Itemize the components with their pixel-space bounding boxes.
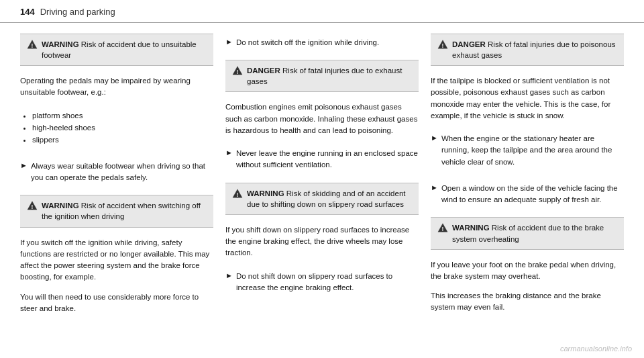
arrow-text-5: When the engine or the stationary heater… [441, 133, 624, 168]
svg-text:!: ! [237, 191, 239, 197]
warning-box-4-text: WARNING Risk of accident due to the brak… [452, 222, 617, 244]
warning-icon-2: ! [27, 201, 38, 210]
arrow-icon-5: ► [431, 134, 438, 142]
svg-text:!: ! [32, 204, 34, 210]
para-tailpipe-1: If the tailpipe is blocked or sufficient… [431, 75, 624, 122]
svg-text:!: ! [442, 226, 444, 232]
arrow-text-2: Do not switch off the ignition while dri… [236, 37, 379, 48]
danger-icon-1: ! [232, 66, 243, 75]
para-ignition-2: You will then need to use considerably m… [20, 292, 213, 315]
danger-icon-2: ! [437, 40, 448, 49]
page-number: 144 [20, 7, 35, 17]
warning-label-1: WARNING [42, 40, 81, 48]
warning-box-1-text: WARNING Risk of accident due to unsuitab… [42, 39, 207, 60]
arrow-keep-tailpipe-clear: ► When the engine or the stationary heat… [431, 133, 624, 168]
warning-label-4: WARNING [452, 224, 492, 232]
svg-text:!: ! [442, 42, 444, 49]
warning-label-3: WARNING [247, 189, 286, 197]
bullet-high-heeled-shoes: high-heeled shoes [32, 122, 213, 134]
danger-box-tailpipe: ! DANGER Risk of fatal injuries due to p… [431, 34, 624, 66]
arrow-dont-shift-down: ► Do not shift down on slippery road sur… [225, 271, 419, 294]
warning-box-2-text: WARNING Risk of accident when switching … [42, 200, 207, 222]
warning-icon-1: ! [27, 40, 38, 49]
danger-label-1: DANGER [247, 66, 282, 75]
bullet-platform-shoes: platform shoes [32, 109, 213, 122]
arrow-icon-1: ► [20, 161, 28, 169]
para-exhaust-1: Combustion engines emit poisonous exhaus… [225, 101, 419, 136]
arrow-text-1: Always wear suitable footwear when drivi… [31, 161, 213, 184]
danger-label-2: DANGER [452, 40, 488, 48]
danger-box-1-text: DANGER Risk of fatal injuries due to exh… [247, 65, 412, 87]
para-skidding-1: If you shift down on slippery road surfa… [225, 224, 419, 259]
para-footwear-intro: Operating the pedals may be impaired by … [20, 75, 213, 99]
danger-box-2-text: DANGER Risk of fatal injuries due to poi… [452, 39, 617, 60]
danger-box-exhaust: ! DANGER Risk of fatal injuries due to e… [225, 60, 419, 92]
warning-box-brake-overheat: ! WARNING Risk of accident due to the br… [431, 217, 624, 249]
column-2: ► Do not switch off the ignition while d… [225, 34, 419, 314]
arrow-open-window: ► Open a window on the side of the vehic… [431, 183, 624, 206]
warning-label-2: WARNING [42, 202, 81, 210]
arrow-text-3: Never leave the engine running in an enc… [236, 148, 419, 171]
page-header: 144 Driving and parking [0, 0, 644, 23]
arrow-icon-4: ► [225, 271, 233, 279]
arrow-icon-6: ► [431, 183, 438, 191]
footwear-list: platform shoes high-heeled shoes slipper… [20, 109, 213, 146]
para-ignition-1: If you switch off the ignition while dri… [20, 237, 213, 283]
arrow-never-leave-engine: ► Never leave the engine running in an e… [225, 148, 419, 171]
warning-icon-4: ! [437, 223, 448, 232]
svg-text:!: ! [237, 69, 239, 75]
arrow-wear-footwear: ► Always wear suitable footwear when dri… [20, 161, 213, 184]
para-brake-2: This increases the braking distance and … [431, 290, 624, 314]
svg-text:!: ! [32, 42, 34, 49]
arrow-icon-3: ► [225, 148, 233, 156]
content-area: ! WARNING Risk of accident due to unsuit… [0, 23, 644, 325]
arrow-text-4: Do not shift down on slippery road surfa… [236, 271, 419, 294]
page-title: Driving and parking [40, 7, 115, 17]
warning-box-skidding: ! WARNING Risk of skidding and of an acc… [225, 183, 419, 215]
arrow-dont-switch-ignition: ► Do not switch off the ignition while d… [225, 37, 419, 48]
warning-box-ignition: ! WARNING Risk of accident when switchin… [20, 195, 213, 227]
warning-icon-3: ! [232, 189, 243, 198]
arrow-icon-2: ► [225, 38, 233, 46]
arrow-text-6: Open a window on the side of the vehicle… [441, 183, 624, 206]
watermark: carmanualsonline.info [560, 345, 632, 353]
column-1: ! WARNING Risk of accident due to unsuit… [20, 34, 213, 314]
para-brake-1: If you leave your foot on the brake peda… [431, 259, 624, 283]
column-3: ! DANGER Risk of fatal injuries due to p… [431, 34, 624, 314]
warning-box-3-text: WARNING Risk of skidding and of an accid… [247, 188, 412, 210]
warning-box-unsuitable-footwear: ! WARNING Risk of accident due to unsuit… [20, 34, 213, 66]
bullet-slippers: slippers [32, 134, 213, 146]
